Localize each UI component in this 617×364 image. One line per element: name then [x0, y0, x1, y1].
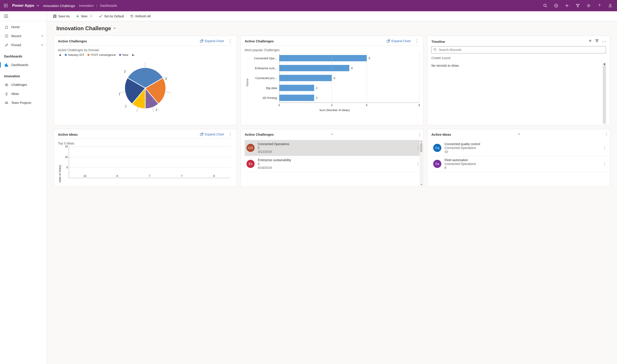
expand-chart-button[interactable]: Expand Chart: [200, 39, 224, 43]
svg-rect-5: [7, 5, 7, 6]
svg-rect-7: [5, 7, 6, 7]
nav-team-projects[interactable]: Team Projects: [0, 98, 47, 107]
nav-dashboards[interactable]: Dashboards: [0, 60, 47, 69]
hamburger-icon[interactable]: [0, 11, 47, 21]
add-icon[interactable]: [588, 39, 592, 44]
more-icon[interactable]: ⋮: [602, 145, 607, 150]
record-third: 8: [444, 166, 602, 169]
app-name: Power Apps: [12, 3, 34, 8]
cmd-save-as-label: Save As: [58, 14, 70, 18]
svg-point-25: [7, 85, 8, 86]
pie-slice-label: 1: [125, 104, 127, 108]
vbar-column: 7: [133, 174, 165, 178]
expand-chart-button[interactable]: Expand Chart: [200, 132, 224, 136]
svg-line-36: [152, 107, 154, 113]
add-icon[interactable]: [562, 1, 572, 11]
svg-point-9: [544, 4, 546, 7]
more-icon[interactable]: ⋮: [604, 132, 609, 136]
cmd-new[interactable]: New: [73, 12, 95, 20]
record-subtitle: Connected Operations: [444, 162, 602, 166]
more-icon[interactable]: ⋮: [228, 132, 232, 136]
nav-challenges[interactable]: Challenges: [0, 80, 47, 89]
settings-gear-icon[interactable]: [584, 1, 593, 11]
task-checkmark-icon[interactable]: [551, 1, 561, 11]
scroll-up-icon[interactable]: ▴: [603, 63, 606, 65]
nav-dashboards-label: Dashboards: [11, 63, 47, 67]
more-icon[interactable]: ⋮: [417, 132, 422, 136]
environment-name[interactable]: Innovation Challenge: [43, 4, 75, 8]
chevron-down-icon[interactable]: [90, 14, 93, 18]
hbar-value: 2: [316, 96, 318, 100]
account-icon[interactable]: [605, 1, 615, 11]
expand-chart-label: Expand Chart: [204, 39, 224, 43]
more-icon[interactable]: ⋮: [415, 39, 419, 43]
plus-icon: [76, 14, 80, 18]
record-subtitle: 5: [258, 146, 416, 150]
cmd-refresh-all[interactable]: Refresh All: [128, 12, 153, 20]
chevron-down-icon: [41, 43, 43, 47]
list-item[interactable]: COConnected Operations53/12/2018⋮: [245, 140, 422, 156]
more-icon[interactable]: ⋮: [416, 161, 420, 166]
expand-chart-button[interactable]: Expand Chart: [387, 39, 411, 43]
timeline-search-input[interactable]: [438, 48, 604, 52]
legend-next-icon[interactable]: ▶: [132, 53, 135, 57]
hbar-row: Connected pro...3: [250, 73, 419, 83]
cmd-set-default[interactable]: Set As Default: [96, 12, 126, 20]
legend-prev-icon[interactable]: ◀: [58, 53, 62, 57]
card-active-challenges-list: Active Challenges ⋮ COConnected Operatio…: [241, 129, 424, 187]
hbar-category: Enterprise sust...: [250, 66, 279, 70]
pie-slice-label: 2: [156, 108, 157, 112]
list-item[interactable]: EsEnterprise sustainability44/16/2018⋮: [245, 156, 422, 172]
create-post-input[interactable]: Create a post: [431, 56, 606, 60]
vbar-chart: 51015108776: [62, 146, 232, 182]
app-launcher-icon[interactable]: [2, 1, 10, 10]
svg-rect-1: [5, 4, 6, 4]
avatar: Fa: [433, 160, 441, 168]
vbar-value: 7: [181, 174, 183, 178]
list-item[interactable]: CqConnected quality controlConnected Ope…: [431, 140, 609, 156]
record-title: Connected quality control: [444, 142, 602, 146]
more-icon[interactable]: ⋯: [602, 39, 606, 44]
more-icon[interactable]: ⋮: [602, 161, 607, 166]
timeline-search[interactable]: [431, 46, 606, 53]
breadcrumb-root[interactable]: Innovation: [79, 4, 94, 7]
nav-pinned[interactable]: Pinned: [0, 40, 47, 50]
scrollbar[interactable]: ▴ ▾: [420, 140, 423, 186]
dashboard-icon: [4, 63, 9, 67]
svg-rect-23: [7, 65, 8, 66]
chevron-down-icon[interactable]: [113, 26, 116, 30]
nav-recent[interactable]: Recent: [0, 32, 47, 40]
nav-section-dashboards: Dashboards: [0, 50, 47, 60]
record-title: Fleet automation: [444, 158, 602, 162]
scroll-up-icon[interactable]: ▴: [420, 140, 423, 143]
more-icon[interactable]: ⋮: [228, 39, 232, 43]
search-icon[interactable]: [540, 1, 550, 11]
search-icon: [433, 48, 437, 52]
pie-slice-label: 1: [119, 92, 121, 96]
svg-point-16: [610, 4, 611, 6]
nav-home[interactable]: Home: [0, 23, 47, 32]
svg-rect-6: [4, 7, 5, 7]
more-icon[interactable]: ⋮: [416, 145, 420, 150]
lightbulb-icon: [4, 92, 9, 96]
chevron-down-icon[interactable]: [518, 132, 520, 136]
card-active-ideas-list: Active Ideas ⋮ CqConnected quality contr…: [427, 129, 610, 187]
hbar-value: 2: [316, 86, 318, 90]
chevron-down-icon[interactable]: [331, 132, 334, 136]
nav-ideas[interactable]: Ideas: [0, 89, 47, 98]
card-active-ideas-bar: Active Ideas Expand Chart ⋮ Top 5 Ideas …: [54, 129, 237, 187]
scroll-down-icon[interactable]: ▾: [420, 183, 423, 186]
pin-icon: [4, 43, 9, 47]
card-title: Active Challenges: [245, 132, 329, 136]
list-item[interactable]: FaFleet automationConnected Operations8⋮: [431, 156, 609, 172]
filter-icon[interactable]: [573, 1, 583, 11]
svg-point-27: [7, 102, 8, 103]
cmd-save-as[interactable]: Save As: [51, 12, 72, 20]
hbar-value: 3: [334, 77, 335, 80]
filter-icon[interactable]: [595, 39, 599, 44]
card-title: Active Challenges: [245, 39, 387, 43]
help-icon[interactable]: [594, 1, 604, 11]
nav-pinned-label: Pinned: [11, 43, 41, 47]
pie-slice-label: 3: [165, 77, 167, 80]
chevron-down-icon[interactable]: [36, 3, 40, 8]
